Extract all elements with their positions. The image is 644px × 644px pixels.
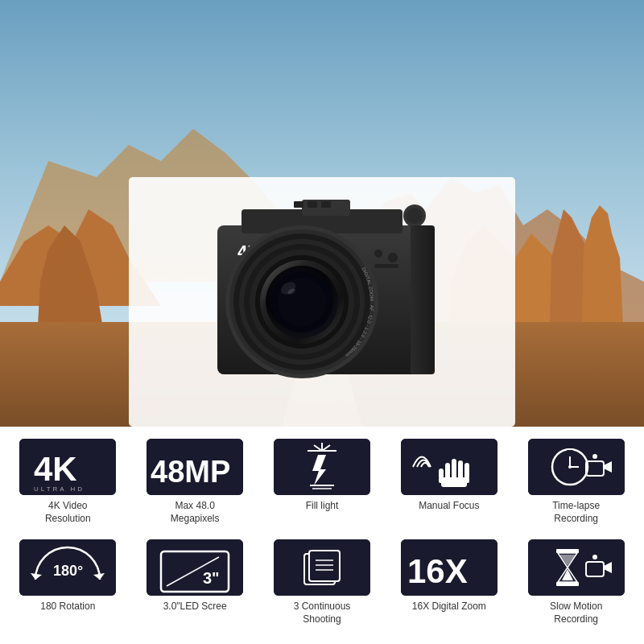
svg-point-30 xyxy=(421,336,424,340)
svg-rect-15 xyxy=(308,201,317,208)
feature-48mp-label: Max 48.0Megapixels xyxy=(171,500,220,525)
svg-rect-69 xyxy=(464,463,469,479)
feature-4k-label: 4K VideoResolution xyxy=(45,500,91,525)
svg-point-22 xyxy=(421,272,424,275)
feature-timelapse-label: Time-lapseRecording xyxy=(552,500,600,525)
feature-fill-light-label: Fill light xyxy=(306,500,339,513)
camera-image: 4K ULTRA HD DIGITAL ZOOM · AF · f2.0 xyxy=(169,169,475,411)
svg-point-24 xyxy=(421,288,424,291)
badge-zoom: 16X xyxy=(401,539,497,596)
feature-zoom: 16X 16X Digital Zoom xyxy=(394,539,506,613)
svg-point-49 xyxy=(388,253,398,262)
svg-point-18 xyxy=(407,208,423,224)
svg-point-50 xyxy=(374,250,382,258)
svg-point-20 xyxy=(421,256,424,259)
feature-timelapse: Time-lapseRecording xyxy=(520,439,632,525)
svg-text:48MP: 48MP xyxy=(151,455,230,489)
badge-48mp: 48MP xyxy=(147,439,243,495)
feature-manual-focus-label: Manual Focus xyxy=(419,500,479,513)
badge-continuous xyxy=(274,539,370,596)
svg-rect-19 xyxy=(411,225,435,374)
features-row-2: 180° 180 Rotation 3" 3.0"LED Scree xyxy=(12,535,632,636)
svg-point-31 xyxy=(421,345,424,348)
svg-rect-66 xyxy=(445,463,450,479)
svg-text:180°: 180° xyxy=(53,563,83,579)
badge-rotation: 180° xyxy=(19,539,116,596)
svg-rect-14 xyxy=(294,201,303,208)
svg-point-77 xyxy=(568,465,572,469)
feature-48mp: 48MP Max 48.0Megapixels xyxy=(139,439,251,525)
svg-rect-67 xyxy=(452,459,456,479)
feature-rotation-label: 180 Rotation xyxy=(40,601,95,613)
svg-text:16X: 16X xyxy=(407,552,468,590)
svg-text:ULTRA HD: ULTRA HD xyxy=(34,485,85,493)
feature-slowmo-label: Slow MotionRecording xyxy=(550,601,602,625)
svg-rect-68 xyxy=(458,460,463,479)
svg-point-25 xyxy=(421,296,424,299)
svg-rect-51 xyxy=(374,264,398,268)
feature-zoom-label: 16X Digital Zoom xyxy=(412,601,486,613)
svg-point-26 xyxy=(421,304,424,308)
svg-rect-16 xyxy=(321,201,331,208)
feature-slowmo: Slow MotionRecording xyxy=(520,539,632,625)
svg-point-21 xyxy=(421,264,424,267)
badge-fill-light xyxy=(274,439,370,495)
badge-manual-focus xyxy=(401,439,497,495)
feature-4k: 4K ULTRA HD 4K VideoResolution xyxy=(12,439,124,525)
svg-point-32 xyxy=(421,353,424,356)
feature-continuous-label: 3 ContinuousShooting xyxy=(294,601,351,625)
svg-text:3": 3" xyxy=(203,569,220,587)
feature-screen: 3" 3.0"LED Scree xyxy=(139,539,251,613)
svg-rect-72 xyxy=(441,481,467,487)
feature-rotation: 180° 180 Rotation xyxy=(12,539,124,613)
svg-rect-93 xyxy=(309,551,340,581)
svg-point-104 xyxy=(592,555,597,559)
svg-point-28 xyxy=(421,320,424,324)
features-row-1: 4K ULTRA HD 4K VideoResolution 48MP Max … xyxy=(12,435,632,535)
badge-4k: 4K ULTRA HD xyxy=(19,439,116,495)
svg-point-27 xyxy=(421,312,424,316)
feature-screen-label: 3.0"LED Scree xyxy=(163,601,227,613)
hero-section: 4K ULTRA HD DIGITAL ZOOM · AF · f2.0 xyxy=(0,0,644,427)
svg-point-29 xyxy=(421,328,424,332)
feature-continuous: 3 ContinuousShooting xyxy=(266,539,378,625)
badge-screen: 3" xyxy=(147,539,243,596)
badge-slowmo xyxy=(528,539,625,596)
feature-fill-light: Fill light xyxy=(266,439,378,513)
svg-point-23 xyxy=(421,280,424,283)
feature-manual-focus: Manual Focus xyxy=(394,439,506,513)
svg-text:4K: 4K xyxy=(34,450,77,488)
svg-point-82 xyxy=(592,454,597,459)
badge-timelapse xyxy=(528,439,625,495)
features-section: 4K ULTRA HD 4K VideoResolution 48MP Max … xyxy=(0,427,644,644)
